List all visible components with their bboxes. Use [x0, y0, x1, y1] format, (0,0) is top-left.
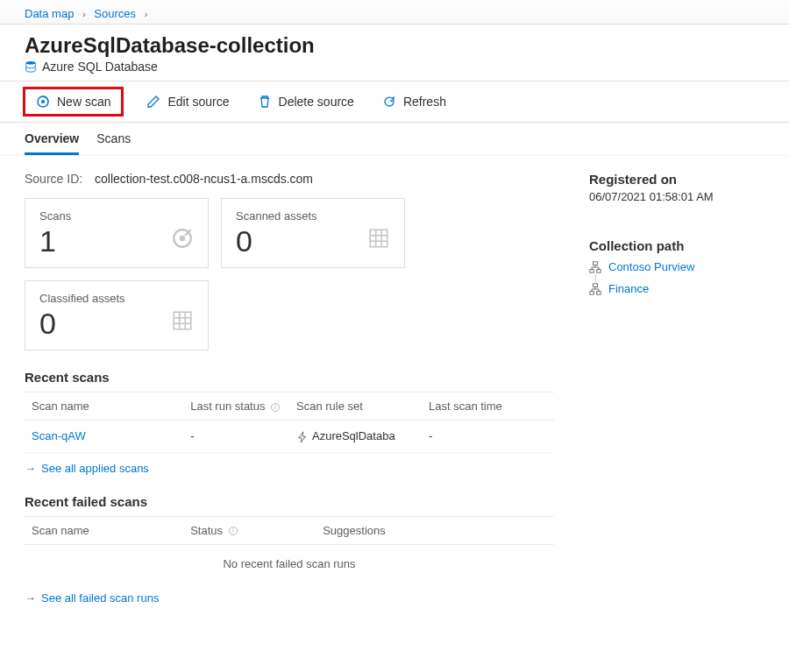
chevron-right-icon: › [82, 9, 86, 19]
table-icon [367, 227, 390, 250]
col-status[interactable]: Status i [183, 516, 316, 544]
col-last-scan-time[interactable]: Last scan time [422, 393, 554, 421]
svg-rect-10 [174, 312, 191, 329]
scans-card[interactable]: Scans 1 [25, 198, 209, 268]
scanned-assets-card[interactable]: Scanned assets 0 [221, 198, 405, 268]
see-all-applied-scans-label: See all applied scans [41, 462, 149, 475]
table-icon [171, 309, 194, 332]
svg-rect-23 [590, 291, 594, 294]
side-column: Registered on 06/07/2021 01:58:01 AM Col… [589, 172, 764, 605]
no-failed-scans-message: No recent failed scan runs [25, 545, 554, 583]
svg-rect-20 [590, 269, 594, 272]
svg-rect-5 [370, 230, 387, 247]
source-id-row: Source ID: collection-test.c008-ncus1-a.… [25, 172, 554, 186]
highlight-annotation: New scan [23, 87, 124, 117]
new-scan-label: New scan [57, 95, 110, 109]
breadcrumb-sources[interactable]: Sources [94, 7, 136, 20]
col-failed-scan-name[interactable]: Scan name [25, 516, 183, 544]
chevron-right-icon: › [145, 9, 148, 19]
col-suggestions[interactable]: Suggestions [316, 516, 554, 544]
breadcrumb-data-map[interactable]: Data map [25, 7, 74, 20]
refresh-label: Refresh [403, 95, 446, 109]
classified-assets-label: Classified assets [39, 292, 194, 305]
see-all-failed-scans-label: See all failed scan runs [41, 591, 159, 605]
collection-path-item-label: Contoso Purview [608, 260, 694, 273]
content-area: Source ID: collection-test.c008-ncus1-a.… [0, 156, 789, 620]
svg-rect-21 [597, 269, 601, 272]
svg-rect-22 [593, 283, 597, 286]
recent-scans-table: Scan name Last run status i Scan rule se… [25, 392, 554, 453]
col-scan-rule-set[interactable]: Scan rule set [289, 393, 422, 421]
last-run-status-cell: - [183, 421, 289, 453]
source-id-label: Source ID: [25, 172, 82, 186]
last-scan-time-cell: - [422, 421, 554, 453]
refresh-icon [382, 95, 396, 109]
collection-path-item[interactable]: Contoso Purview [589, 260, 764, 273]
registered-on-value: 06/07/2021 01:58:01 AM [589, 190, 764, 203]
database-icon [25, 60, 37, 73]
info-icon[interactable]: i [228, 526, 238, 536]
tab-scans[interactable]: Scans [96, 126, 131, 155]
collection-path-label: Collection path [589, 238, 764, 253]
source-type: Azure SQL Database [25, 60, 764, 74]
scanned-assets-label: Scanned assets [236, 209, 390, 223]
svg-point-4 [180, 236, 186, 242]
scan-icon [36, 95, 50, 109]
delete-source-button[interactable]: Delete source [252, 91, 359, 112]
arrow-right-icon: → [25, 591, 36, 605]
stats-cards: Scans 1 Scanned assets 0 Classified asse… [25, 198, 554, 350]
target-icon [171, 227, 194, 250]
scans-card-label: Scans [39, 209, 194, 223]
svg-text:i: i [274, 404, 276, 410]
scan-name-cell[interactable]: Scan-qAW [25, 421, 183, 453]
svg-point-2 [41, 100, 45, 103]
registered-on-label: Registered on [589, 172, 764, 187]
main-column: Source ID: collection-test.c008-ncus1-a.… [25, 172, 554, 605]
new-scan-button[interactable]: New scan [31, 91, 116, 112]
page-title: AzureSqlDatabase-collection [25, 33, 764, 58]
page-header: AzureSqlDatabase-collection Azure SQL Da… [0, 25, 789, 81]
refresh-button[interactable]: Refresh [377, 91, 451, 112]
tabs: Overview Scans [0, 123, 789, 156]
hierarchy-icon [589, 261, 601, 273]
recent-scans-title: Recent scans [25, 370, 554, 385]
hierarchy-icon [589, 283, 601, 295]
delete-source-label: Delete source [279, 95, 354, 109]
source-type-label: Azure SQL Database [42, 60, 158, 74]
col-last-run-status[interactable]: Last run status i [183, 393, 289, 421]
breadcrumb: Data map › Sources › [0, 0, 789, 25]
collection-path-item-label: Finance [608, 282, 649, 295]
col-last-run-status-label: Last run status [190, 400, 265, 413]
collection-path: Contoso Purview Finance [589, 260, 764, 295]
source-id-value: collection-test.c008-ncus1-a.mscds.com [95, 172, 313, 186]
rule-set-cell: AzureSqlDataba [289, 421, 422, 453]
svg-point-0 [26, 61, 36, 65]
rule-set-text: AzureSqlDataba [312, 429, 395, 442]
edit-source-label: Edit source [167, 95, 229, 109]
arrow-right-icon: → [25, 462, 36, 475]
lightning-icon [296, 431, 309, 443]
col-scan-name[interactable]: Scan name [25, 393, 183, 421]
recent-failed-scans-title: Recent failed scans [25, 494, 554, 509]
svg-rect-24 [597, 291, 601, 294]
svg-rect-19 [593, 261, 597, 265]
svg-text:i: i [232, 527, 234, 534]
edit-source-button[interactable]: Edit source [141, 91, 234, 112]
info-icon[interactable]: i [270, 402, 281, 413]
collection-path-item[interactable]: Finance [589, 282, 764, 295]
col-status-label: Status [190, 524, 223, 537]
classified-assets-card[interactable]: Classified assets 0 [25, 280, 209, 350]
failed-scans-table: Scan name Status i Suggestions [25, 516, 554, 545]
trash-icon [258, 95, 272, 109]
tab-overview[interactable]: Overview [25, 126, 79, 155]
toolbar: New scan Edit source Delete source Refre… [0, 81, 789, 123]
pencil-icon [146, 95, 160, 109]
table-row[interactable]: Scan-qAW - AzureSqlDataba - [25, 421, 554, 453]
see-all-failed-scan-runs-link[interactable]: → See all failed scan runs [25, 591, 159, 605]
path-connector [595, 275, 764, 282]
see-all-applied-scans-link[interactable]: → See all applied scans [25, 462, 149, 475]
